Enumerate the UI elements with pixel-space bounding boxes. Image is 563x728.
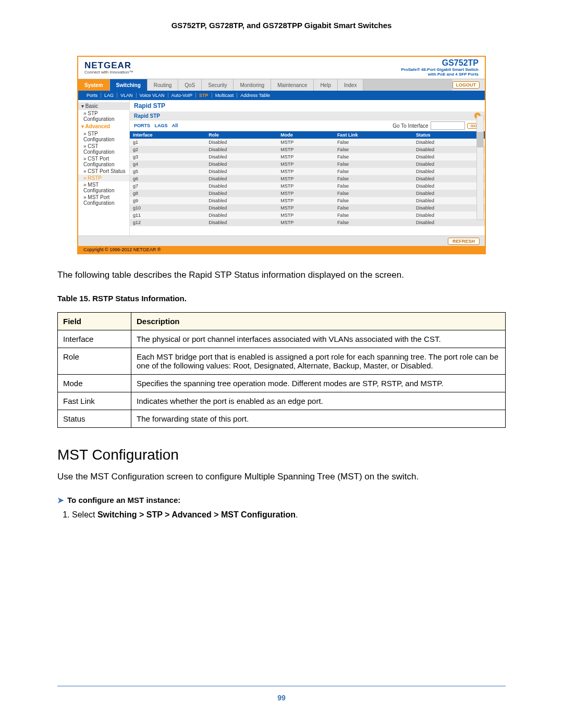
sidebar-adv-rstp[interactable]: » RSTP (78, 175, 129, 181)
step-1: Select Switching > STP > Advanced > MST … (72, 510, 506, 520)
tab-maintenance[interactable]: Maintenance (271, 79, 314, 91)
info-col-desc: Description (131, 312, 506, 330)
subtab-lag[interactable]: LAG (101, 93, 117, 98)
tab-qos[interactable]: QoS (178, 79, 202, 91)
sub-tabs: Ports LAG VLAN Voice VLAN Auto-VoIP STP … (78, 91, 485, 100)
table-row[interactable]: g3DisabledMSTPFalseDisabled (130, 153, 485, 161)
footer-rule (57, 686, 506, 686)
sidebar-adv-cst[interactable]: » CST Configuration (78, 143, 129, 155)
table-row[interactable]: g6DisabledMSTPFalseDisabled (130, 175, 485, 182)
subtab-addresstable[interactable]: Address Table (237, 93, 273, 98)
table-row[interactable]: g7DisabledMSTPFalseDisabled (130, 182, 485, 190)
scrollbar[interactable] (476, 116, 484, 220)
table-row[interactable]: g9DisabledMSTPFalseDisabled (130, 197, 485, 204)
col-fastlink: Fast Link (334, 131, 413, 139)
brand-logo: NETGEAR (84, 61, 133, 70)
model-sub2: with PoE and 4 SFP Ports (401, 72, 479, 77)
sidebar-adv-stp[interactable]: » STP Configuration (78, 130, 129, 143)
ports-link[interactable]: PORTS (134, 123, 150, 128)
copyright: Copyright © 1996-2012 NETGEAR ® (78, 246, 485, 253)
col-interface: Interface (130, 131, 205, 139)
intro-text: The following table describes the Rapid … (57, 269, 506, 281)
doc-title: GS752TP, GS728TP, and GS728TPP Gigabit S… (57, 21, 506, 30)
arrow-icon: ➤ (57, 496, 64, 504)
panel-subtitle: Rapid STP ? (130, 112, 485, 120)
model-name: GS752TP (401, 59, 479, 67)
table-caption: Table 15. RSTP Status Information. (57, 294, 506, 303)
sidebar-basic-header[interactable]: ▾ Basic (78, 102, 129, 110)
col-role: Role (205, 131, 277, 139)
info-table: Field Description InterfaceThe physical … (57, 312, 506, 428)
goto-input[interactable] (431, 121, 465, 130)
table-row[interactable]: g4DisabledMSTPFalseDisabled (130, 161, 485, 168)
rstp-grid: Interface Role Mode Fast Link Status g1D… (130, 131, 485, 226)
refresh-button[interactable]: REFRESH (448, 238, 480, 245)
info-row: Fast LinkIndicates whether the port is e… (58, 392, 506, 410)
subtab-voicevlan[interactable]: Voice VLAN (137, 93, 168, 98)
table-row[interactable]: g1DisabledMSTPFalseDisabled (130, 139, 485, 146)
goto-label: Go To Interface (393, 123, 428, 129)
sidebar-adv-cstport[interactable]: » CST Port Configuration (78, 155, 129, 168)
brand-tagline: Connect with Innovation™ (84, 70, 133, 75)
table-row[interactable]: g12DisabledMSTPFalseDisabled (130, 219, 485, 226)
model-sub1: ProSafe® 48-Port Gigabit Smart Switch (401, 67, 479, 72)
subtab-multicast[interactable]: Multicast (212, 93, 238, 98)
section-heading: MST Configuration (57, 447, 506, 463)
procedure-lead: ➤To configure an MST instance: (57, 496, 506, 505)
table-row[interactable]: g10DisabledMSTPFalseDisabled (130, 204, 485, 212)
info-row: RoleEach MST bridge port that is enabled… (58, 348, 506, 374)
table-row[interactable]: g11DisabledMSTPFalseDisabled (130, 212, 485, 219)
info-col-field: Field (58, 312, 131, 330)
procedure-steps: Select Switching > STP > Advanced > MST … (72, 510, 506, 520)
page-number: 99 (0, 694, 563, 702)
col-status: Status (413, 131, 485, 139)
info-row: ModeSpecifies the spanning tree operatio… (58, 374, 506, 392)
sidebar: ▾ Basic » STP Configuration ▾ Advanced »… (78, 100, 130, 236)
sidebar-adv-header[interactable]: ▾ Advanced (78, 122, 129, 130)
table-row[interactable]: g2DisabledMSTPFalseDisabled (130, 146, 485, 153)
main-tabs: System Switching Routing QoS Security Mo… (78, 79, 485, 91)
tab-index[interactable]: Index (338, 79, 363, 91)
info-row: InterfaceThe physical or port channel in… (58, 330, 506, 348)
subtab-autovoip[interactable]: Auto-VoIP (168, 93, 197, 98)
sidebar-adv-cstportstatus[interactable]: » CST Port Status (78, 168, 129, 175)
section-body: Use the MST Configuration screen to conf… (57, 471, 506, 483)
main-panel: Rapid STP Rapid STP ? PORTS LAGS All Go … (130, 100, 485, 236)
panel-title: Rapid STP (130, 100, 485, 112)
tab-monitoring[interactable]: Monitoring (234, 79, 271, 91)
subtab-vlan[interactable]: VLAN (117, 93, 137, 98)
tab-help[interactable]: Help (314, 79, 338, 91)
screenshot-frame: NETGEAR Connect with Innovation™ GS752TP… (77, 56, 486, 254)
lags-link[interactable]: LAGS (155, 123, 168, 128)
subtab-stp[interactable]: STP (196, 93, 212, 98)
tab-routing[interactable]: Routing (148, 79, 178, 91)
tab-security[interactable]: Security (202, 79, 234, 91)
table-row[interactable]: g5DisabledMSTPFalseDisabled (130, 168, 485, 175)
sidebar-basic-stp[interactable]: » STP Configuration (78, 110, 129, 122)
all-link[interactable]: All (172, 123, 178, 128)
tab-switching[interactable]: Switching (110, 79, 148, 91)
logout-button[interactable]: LOGOUT (452, 81, 480, 89)
sidebar-adv-mstport[interactable]: » MST Port Configuration (78, 194, 129, 206)
subtab-ports[interactable]: Ports (83, 93, 101, 98)
info-row: StatusThe forwarding state of this port. (58, 410, 506, 427)
table-row[interactable]: g8DisabledMSTPFalseDisabled (130, 190, 485, 197)
col-mode: Mode (277, 131, 334, 139)
tab-system[interactable]: System (78, 79, 110, 91)
sidebar-adv-mstconf[interactable]: » MST Configuration (78, 181, 129, 194)
